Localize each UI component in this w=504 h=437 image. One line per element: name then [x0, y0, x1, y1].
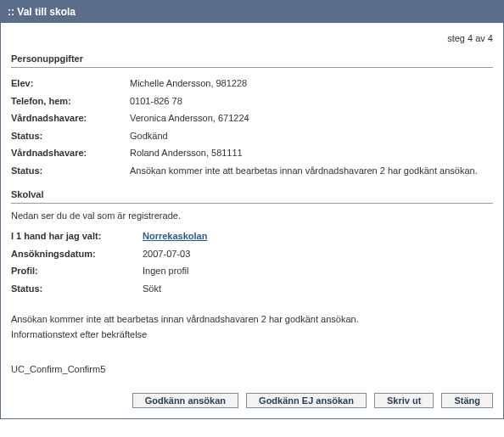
choice-label: Ansökningsdatum:	[11, 247, 143, 261]
person-value: Ansökan kommer inte att bearbetas innan …	[130, 164, 493, 178]
choice-label: Profil:	[11, 264, 143, 278]
info-note: Ansökan kommer inte att bearbetas innan …	[11, 312, 493, 342]
choice-value: Norrekaskolan	[143, 229, 493, 244]
person-section-heading: Personuppgifter	[11, 53, 493, 68]
choice-label: Status:	[11, 282, 143, 296]
info-note-line: Ansökan kommer inte att bearbetas innan …	[11, 312, 493, 328]
person-row: Telefon, hem: 0101-826 78	[11, 92, 493, 110]
school-link[interactable]: Norrekaskolan	[143, 231, 207, 241]
titlebar: :: Val till skola	[1, 1, 503, 23]
choice-label: I 1 hand har jag valt:	[11, 229, 143, 244]
person-row: Status: Godkänd	[11, 127, 493, 145]
person-label: Elev:	[11, 76, 130, 91]
person-row: Elev: Michelle Andersson, 981228	[11, 75, 493, 92]
person-value: Roland Andersson, 581111	[130, 146, 493, 160]
choice-row: Profil: Ingen profil	[11, 262, 493, 280]
person-row: Vårdnadshavare: Roland Andersson, 581111	[11, 144, 493, 162]
person-label: Status:	[11, 129, 130, 143]
person-value: Godkänd	[130, 129, 493, 143]
person-row: Status: Ansökan kommer inte att bearbeta…	[11, 162, 493, 180]
footer-code: UC_Confirm_Confirm5	[11, 364, 493, 374]
choice-value: Ingen profil	[143, 264, 493, 278]
choice-row: I 1 hand har jag valt: Norrekaskolan	[11, 227, 493, 245]
choice-value: Sökt	[143, 282, 493, 296]
close-button[interactable]: Stäng	[441, 393, 493, 408]
person-row: Vårdnadshavare: Veronica Andersson, 6712…	[11, 109, 493, 127]
person-value: 0101-826 78	[130, 94, 493, 109]
info-note-line: Informationstext efter bekräftelse	[11, 328, 493, 343]
choice-details: I 1 hand har jag valt: Norrekaskolan Ans…	[11, 227, 493, 297]
person-label: Status:	[11, 164, 130, 178]
choice-row: Status: Sökt	[11, 280, 493, 298]
dialog-content: steg 4 av 4 Personuppgifter Elev: Michel…	[1, 23, 503, 418]
step-indicator: steg 4 av 4	[11, 33, 493, 43]
print-button[interactable]: Skriv ut	[374, 393, 434, 408]
person-label: Vårdnadshavare:	[11, 146, 130, 160]
approve-button[interactable]: Godkänn ansökan	[132, 393, 238, 408]
person-value: Veronica Andersson, 671224	[130, 111, 493, 126]
person-value: Michelle Andersson, 981228	[130, 76, 493, 91]
choice-section-heading: Skolval	[11, 189, 493, 204]
person-label: Telefon, hem:	[11, 94, 130, 109]
dialog-window: :: Val till skola steg 4 av 4 Personuppg…	[0, 0, 504, 419]
choice-row: Ansökningsdatum: 2007-07-03	[11, 245, 493, 263]
choice-value: 2007-07-03	[143, 247, 493, 261]
person-details: Elev: Michelle Andersson, 981228 Telefon…	[11, 75, 493, 179]
choice-intro: Nedan ser du de val som är registrerade.	[11, 210, 493, 221]
reject-button[interactable]: Godkänn EJ ansökan	[246, 393, 367, 408]
button-bar: Godkänn ansökan Godkänn EJ ansökan Skriv…	[11, 388, 493, 408]
person-label: Vårdnadshavare:	[11, 111, 130, 126]
